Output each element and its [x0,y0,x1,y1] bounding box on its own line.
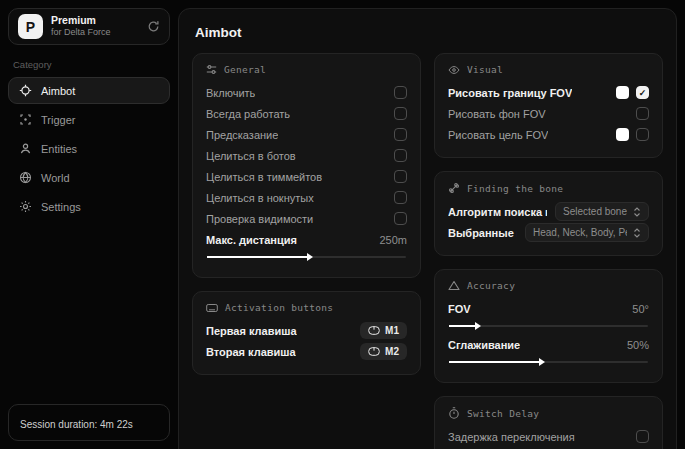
setting-label: Рисовать фон FOV [448,108,546,120]
card-header-label: Switch Delay [467,408,539,419]
switch-delay-toggle-row: Задержка переключения [448,426,649,447]
bone-card-header: Finding the bone [448,182,649,194]
main-panel: Aimbot General Включить [178,8,677,449]
general-card-header: General [206,64,407,75]
first-key-button[interactable]: M1 [360,322,407,339]
fov-row: FOV 50° [448,298,649,319]
globe-icon [19,171,32,184]
setting-label: Всегда работать [206,108,290,120]
setting-row-always-work: Всегда работать [206,103,407,124]
first-key-label: Первая клавиша [206,325,297,337]
slider-fill [207,256,307,258]
setting-row-aim-knocked: Целиться в нокнутых [206,187,407,208]
second-key-row: Вторая клавиша M2 [206,341,407,362]
second-key-label: Вторая клавиша [206,346,296,358]
draw-fov-border-row: Рисовать границу FOV [448,82,649,103]
switch-delay-checkbox[interactable] [636,430,649,443]
brand-card: P Premium for Delta Force [8,8,170,45]
max-distance-label: Макс. дистанция [206,234,297,246]
sidebar-item-world[interactable]: World [8,164,170,191]
session-duration: Session duration: 4m 22s [8,404,170,441]
prediction-checkbox[interactable] [394,128,407,141]
sidebar-item-label: Settings [41,201,81,213]
setting-label: Рисовать границу FOV [448,87,572,99]
setting-row-aim-bots: Целиться в ботов [206,145,407,166]
draw-fov-target-checkbox[interactable] [636,128,649,141]
setting-row-aim-teammates: Целиться в тиммейтов [206,166,407,187]
setting-row-prediction: Предсказание [206,124,407,145]
person-icon [19,142,32,155]
visibility-check-checkbox[interactable] [394,212,407,225]
selected-bones-select[interactable]: Head, Neck, Body, Pe... [525,223,649,242]
sidebar-item-entities[interactable]: Entities [8,135,170,162]
fov-target-color-swatch[interactable] [616,128,629,141]
right-column: Visual Рисовать границу FOV Рисовать фон… [434,53,663,449]
card-header-label: Activation buttons [225,302,333,313]
max-distance-value: 250m [379,234,407,246]
slider-fill [449,325,475,327]
fov-slider[interactable] [449,321,648,330]
refresh-icon[interactable] [147,20,160,33]
aim-knocked-checkbox[interactable] [394,191,407,204]
left-column: General Включить Всегда работать Предска… [192,53,421,375]
bone-icon [448,182,460,194]
accuracy-card-header: Accuracy [448,280,649,291]
sidebar-item-aimbot[interactable]: Aimbot [8,77,170,104]
bone-algorithm-label: Алгоритм поиска кост [448,206,547,218]
fov-value: 50° [632,303,649,315]
brand-logo: P [18,14,43,39]
sidebar-item-label: World [41,172,70,184]
bone-algorithm-select[interactable]: Selected bone [555,202,649,221]
smoothing-label: Сглаживание [448,339,520,351]
unfold-icon [633,207,641,217]
setting-label: Целиться в ботов [206,150,296,162]
bone-algorithm-row: Алгоритм поиска кост Selected bone [448,201,649,222]
fov-border-color-swatch[interactable] [616,86,629,99]
fov-label: FOV [448,303,471,315]
smoothing-slider[interactable] [449,357,648,366]
setting-label: Проверка видимости [206,213,313,225]
eye-icon [448,65,460,75]
gear-icon [19,200,32,213]
stopwatch-icon [448,407,460,419]
app-window: P Premium for Delta Force Category Aimbo… [0,0,685,449]
target-icon [19,113,32,126]
max-distance-row: Макс. дистанция 250m [206,229,407,250]
second-key-button[interactable]: M2 [360,343,407,360]
setting-row-enable: Включить [206,82,407,103]
card-header-label: General [224,64,266,75]
brand-title: Premium [51,14,111,27]
draw-fov-background-checkbox[interactable] [636,107,649,120]
switch-delay-toggle-label: Задержка переключения [448,431,575,443]
mouse-icon [368,347,380,356]
max-distance-slider[interactable] [207,252,406,261]
always-work-checkbox[interactable] [394,107,407,120]
activation-buttons-card: Activation buttons Первая клавиша M1 [192,291,421,375]
card-header-label: Visual [467,64,503,75]
setting-label: Целиться в нокнутых [206,192,314,204]
selected-bones-label: Выбранные кос [448,227,517,239]
page-title: Aimbot [195,25,660,40]
aim-bots-checkbox[interactable] [394,149,407,162]
activation-card-header: Activation buttons [206,302,407,313]
enable-checkbox[interactable] [394,86,407,99]
select-value: Selected bone [563,206,627,217]
smoothing-row: Сглаживание 50% [448,334,649,355]
sidebar: P Premium for Delta Force Category Aimbo… [8,8,170,441]
setting-label: Включить [206,87,255,99]
triangle-icon [448,280,460,291]
finding-bone-card: Finding the bone Алгоритм поиска кост Se… [434,171,663,256]
setting-label: Предсказание [206,129,278,141]
sidebar-item-label: Trigger [41,114,75,126]
setting-row-visibility-check: Проверка видимости [206,208,407,229]
setting-label: Рисовать цель FOV [448,129,548,141]
aim-teammates-checkbox[interactable] [394,170,407,183]
sliders-icon [206,64,217,75]
sidebar-item-label: Aimbot [41,85,75,97]
draw-fov-border-checkbox[interactable] [636,86,649,99]
sidebar-item-settings[interactable]: Settings [8,193,170,220]
select-value: Head, Neck, Body, Pe... [533,227,627,238]
smoothing-value: 50% [627,339,649,351]
first-key-row: Первая клавиша M1 [206,320,407,341]
sidebar-item-trigger[interactable]: Trigger [8,106,170,133]
